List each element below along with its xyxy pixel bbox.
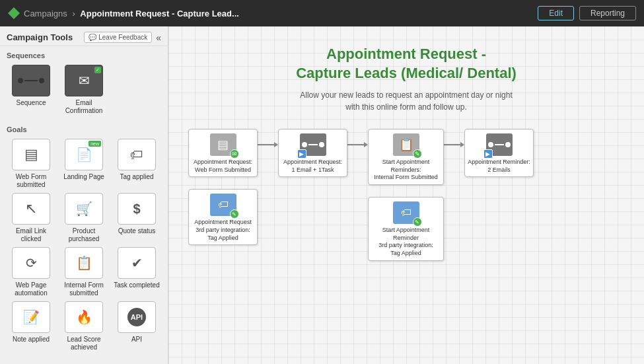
note-icon-box: 📝 [12,301,50,333]
check-icon: ✔ [131,255,143,271]
api-label: API [131,336,142,344]
breadcrumb-text: Campaigns › Appointment Request - Captur… [24,9,239,18]
tag-label: Tag applied [120,173,153,181]
webform-icon: ▤ [24,146,38,163]
goal-webpage[interactable]: ⟳ Web Page automation [7,247,55,297]
quote-label: Quote status [118,227,156,235]
app-logo [8,7,20,19]
goal-tag[interactable]: 🏷 Tag applied [112,139,161,189]
sequence-label: Sequence [16,99,46,107]
goal-task[interactable]: ✔ Task completed [112,247,161,297]
main-layout: Campaign Tools 💬 Leave Feedback « Sequen… [0,26,644,364]
node-group-4: ▶ Appointment Reminder:2 Emails [464,129,534,177]
globe-icon-box: ⟳ [12,247,50,279]
landing-icon-box: 📄 new [65,139,103,170]
tag-icon-box: 🏷 [118,139,156,170]
node2-icon: ▶ [300,133,326,156]
goal-note[interactable]: 📝 Note applied [7,301,55,351]
sequence-tool[interactable]: Sequence [7,65,55,115]
cart-icon-box: 🛒 [65,193,103,225]
breadcrumb: Campaigns › Appointment Request - Captur… [8,7,239,19]
tag-node-1[interactable]: 🏷 ✎ Appointment Request3rd party integra… [188,189,258,245]
sequences-section-label: Sequences [0,46,168,62]
sidebar-header: Campaign Tools 💬 Leave Feedback « [0,26,168,46]
node3-icon: 📋 ✎ [393,133,419,156]
cursor-icon: ↖ [25,200,37,217]
lead-score-label: Lead Score achieved [59,336,108,351]
goal-api[interactable]: API API [112,301,161,351]
email-icon: ✉ [79,73,90,89]
sidebar-header-right: 💬 Leave Feedback « [84,32,161,43]
tag-node3-label: Start Appointment Reminder3rd party inte… [371,227,441,258]
check-icon-box: ✔ [118,247,156,279]
feedback-icon: 💬 [89,34,96,41]
landing-icon: 📄 [76,147,92,163]
tag-node1-icon: 🏷 ✎ [210,194,236,216]
node4-icon: ▶ [486,133,513,156]
flow-node-4[interactable]: ▶ Appointment Reminder:2 Emails [464,129,534,177]
flow-node-3[interactable]: 📋 ✎ Start Appointment Reminders:Internal… [368,129,444,185]
flow-row: ▤ ✉ Appointment Request:Web Form Submitt… [188,129,641,261]
webpage-label: Web Page automation [7,281,55,297]
flame-icon-box: 🔥 [65,301,103,333]
goals-grid: ▤ Web Form submitted 📄 new Landing Page … [0,136,168,357]
goals-section-label: Goals [0,120,168,136]
tag-node1-label: Appointment Request3rd party integration… [194,219,252,242]
new-badge: new [89,141,101,147]
tag-node-3[interactable]: 🏷 ✎ Start Appointment Reminder3rd party … [368,197,444,261]
cursor-icon-box: ↖ [12,193,50,225]
email-icon-box: ✉ ✓ [65,65,103,96]
sidebar-collapse-button[interactable]: « [156,32,161,43]
sidebar: Campaign Tools 💬 Leave Feedback « Sequen… [0,26,168,364]
internal-form-icon-box: 📋 [65,247,103,279]
goal-email-link[interactable]: ↖ Email Link clicked [7,193,55,243]
dollar-icon: $ [133,201,140,217]
goal-lead-score[interactable]: 🔥 Lead Score achieved [59,301,108,351]
node1-label: Appointment Request:Web Form Submitted [194,159,252,174]
arrow-3 [444,142,464,147]
node-group-3: 📋 ✎ Start Appointment Reminders:Internal… [368,129,444,261]
goal-webform[interactable]: ▤ Web Form submitted [7,139,55,189]
webform-icon-box: ▤ [12,139,50,170]
goal-internal-form[interactable]: 📋 Internal Form submitted [59,247,108,297]
tag-node3-icon: 🏷 ✎ [393,201,419,224]
flame-icon: 🔥 [76,309,92,325]
node4-label: Appointment Reminder:2 Emails [468,159,530,174]
breadcrumb-current: Appointment Request - Capture Lead... [80,9,239,18]
flow-node-1[interactable]: ▤ ✉ Appointment Request:Web Form Submitt… [188,129,258,177]
leave-feedback-button[interactable]: 💬 Leave Feedback [84,32,152,43]
email-check-badge: ✓ [94,67,101,73]
edit-button[interactable]: Edit [538,6,574,20]
node-group-1: ▤ ✉ Appointment Request:Web Form Submitt… [188,129,258,245]
sequences-grid: Sequence ✉ ✓ Email Confirmation [0,62,168,120]
note-icon: 📝 [23,309,40,325]
flow-node-2[interactable]: ▶ Appointment Request:1 Email + 1Task [278,129,347,177]
email-confirmation-tool[interactable]: ✉ ✓ Email Confirmation [59,65,108,115]
goal-landing[interactable]: 📄 new Landing Page [59,139,108,189]
node-group-2: ▶ Appointment Request:1 Email + 1Task [278,129,347,177]
api-icon: API [127,308,146,326]
landing-label: Landing Page [63,173,104,181]
globe-icon: ⟳ [26,255,37,271]
node3-label: Start Appointment Reminders:Internal For… [371,159,441,182]
internal-form-label: Internal Form submitted [59,281,108,297]
reporting-button[interactable]: Reporting [579,6,636,20]
top-bar: Campaigns › Appointment Request - Captur… [0,0,644,26]
note-label: Note applied [13,336,50,344]
api-icon-box: API [118,301,156,333]
goal-product[interactable]: 🛒 Product purchased [59,193,108,243]
breadcrumb-prefix: Campaigns [24,9,67,18]
sidebar-title: Campaign Tools [7,32,73,42]
breadcrumb-sep: › [72,9,77,18]
node1-icon: ▤ ✉ [210,133,236,156]
goal-quote[interactable]: $ Quote status [112,193,161,243]
dollar-icon-box: $ [118,193,156,225]
product-label: Product purchased [59,227,108,243]
campaign-title: Appointment Request -Capture Leads (Medi… [168,45,644,83]
arrow-2 [347,142,368,147]
top-bar-actions: Edit Reporting [538,6,636,20]
canvas-area: Appointment Request -Capture Leads (Medi… [168,26,644,364]
arrow-1 [258,142,278,147]
node2-label: Appointment Request:1 Email + 1Task [283,159,342,174]
sequence-icon-box [12,65,50,96]
